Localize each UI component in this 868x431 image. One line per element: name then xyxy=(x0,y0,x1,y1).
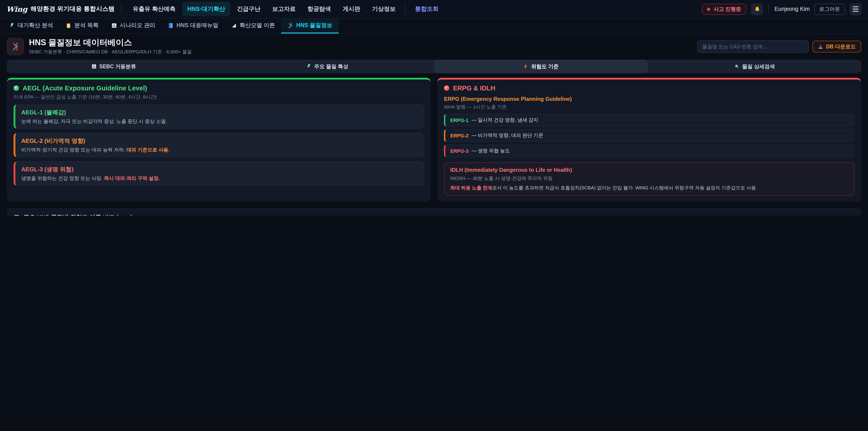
nav-item-weather[interactable]: 기상정보 xyxy=(367,2,401,16)
top-navigation-bar: Wing 해양환경 위기대응 통합시스템 유출유 확산예측 HNS·대기확산 긴… xyxy=(0,0,868,19)
aegl-level2-label: AEGL-2 (비가역적 영향) xyxy=(21,137,418,145)
brand-title: 해양환경 위기대응 통합시스템 xyxy=(31,5,115,13)
notifications-button[interactable] xyxy=(751,3,763,15)
erpg-level1-label: ERPG-1 xyxy=(450,118,468,123)
incident-status-badge[interactable]: 사고 진행중 xyxy=(702,3,746,15)
tab-risk-criteria[interactable]: 위험도 기준 xyxy=(434,60,648,73)
table-title-row: 주요 HNS 물질별 위험도 기준 비교 (ppm) xyxy=(13,213,855,216)
divider xyxy=(405,4,405,13)
divider xyxy=(121,4,121,13)
test-tube-icon xyxy=(9,23,15,29)
wing-logo-icon: Wing xyxy=(6,5,27,13)
clipboard-icon xyxy=(66,23,72,29)
book-icon xyxy=(168,23,174,29)
app-viewport: Wing 해양환경 위기대응 통합시스템 유출유 확산예측 HNS·대기확산 긴… xyxy=(0,0,868,216)
hamburger-icon xyxy=(852,6,859,12)
tab-label: SEBC 거동분류 xyxy=(99,63,136,70)
subtab-model-theory[interactable]: 확산모델 이론 xyxy=(225,19,281,33)
subtab-scenario-management[interactable]: 시나리오 관리 xyxy=(105,19,162,33)
ruler-icon xyxy=(231,23,237,29)
table-title: 주요 HNS 물질별 위험도 기준 비교 (ppm) xyxy=(24,213,132,216)
aegl-level3-label: AEGL-3 (생명 위협) xyxy=(21,165,418,174)
db-download-button[interactable]: DB 다운로드 xyxy=(812,41,861,53)
menu-button[interactable] xyxy=(849,3,862,15)
erpg-subtitle: AIHA 발행 — 1시간 노출 기준 xyxy=(444,104,855,110)
erpg-title-text: ERPG & IDLH xyxy=(453,85,495,92)
idlh-box: IDLH (Immediately Dangerous to Life or H… xyxy=(444,162,855,196)
comparison-table-panel: 주요 HNS 물질별 위험도 기준 비교 (ppm) 물질 AEGL-1 AEG… xyxy=(7,208,861,216)
erpg-level3-label: ERPG-3 xyxy=(450,148,468,154)
erpg-heading: ERPG (Emergency Response Planning Guidel… xyxy=(444,96,855,102)
idlh-line2: 최대 허용 노출 한계로서 이 농도를 초과하면 자급식 호흡장치(SCBA) … xyxy=(450,184,848,191)
tab-label: 주요 물질 특성 xyxy=(314,63,348,70)
db-download-label: DB 다운로드 xyxy=(826,43,856,50)
tab-substance-detail-search[interactable]: 물질 상세검색 xyxy=(648,60,861,73)
bell-icon xyxy=(754,6,760,12)
aegl-level3-item: AEGL-3 (생명 위협) 생명을 위협하는 건강 영향 또는 사망. 즉시 … xyxy=(13,161,424,186)
aegl-panel-title: AEGL (Acute Exposure Guideline Level) xyxy=(13,85,424,92)
bar-chart-icon xyxy=(111,23,117,29)
nav-item-reports[interactable]: 보고자료 xyxy=(267,2,301,16)
erpg-level2-item: ERPG-2 — 비가역적 영향, 대피 판단 기준 xyxy=(444,129,855,142)
erpg-level1-item: ERPG-1 — 일시적 건강 영향, 냄새 감지 xyxy=(444,114,855,127)
subtab-label: HNS 물질정보 xyxy=(296,22,333,29)
subtab-label: 대기확산 분석 xyxy=(18,22,53,29)
subtab-analysis-list[interactable]: 분석 목록 xyxy=(59,19,105,33)
subtab-label: HNS 대응매뉴얼 xyxy=(177,22,218,29)
tab-label: 물질 상세검색 xyxy=(742,63,775,70)
erpg-level3-text: — 생명 위협 농도 xyxy=(471,148,510,154)
dna-icon xyxy=(288,23,293,29)
idlh-line1: NIOSH — 30분 노출 시 생명·건강에 즉각적 위험 xyxy=(450,175,848,182)
page-header-icon-wrap xyxy=(7,38,24,55)
erpg-level1-text: — 일시적 건강 영향, 냄새 감지 xyxy=(471,117,538,123)
nav-item-aerial-search[interactable]: 항공탐색 xyxy=(303,2,336,16)
erpg-level2-text: — 비가역적 영향, 대피 판단 기준 xyxy=(471,132,543,139)
subtab-hns-substance-info[interactable]: HNS 물질정보 xyxy=(281,19,339,33)
user-name: Eunjeong Kim xyxy=(774,6,810,12)
aegl-panel-subtitle: 미국 EPA — 일반인 급성 노출 기준 (10분, 30분, 60분, 4시… xyxy=(13,94,424,100)
aegl-panel: AEGL (Acute Exposure Guideline Level) 미국… xyxy=(7,78,431,202)
red-circle-icon xyxy=(444,86,450,91)
bar-chart-icon xyxy=(13,214,20,216)
incident-badge-label: 사고 진행중 xyxy=(714,6,741,12)
subtab-label: 확산모델 이론 xyxy=(240,22,275,29)
bar-chart-icon xyxy=(91,64,96,69)
incident-dot-icon xyxy=(707,7,710,11)
dna-icon xyxy=(11,42,20,51)
nav-item-oil-spill[interactable]: 유출유 확산예측 xyxy=(128,2,180,16)
erpg-idlh-panel: ERPG & IDLH ERPG (Emergency Response Pla… xyxy=(437,78,861,202)
nav-item-rescue[interactable]: 긴급구난 xyxy=(232,2,266,16)
page-header-actions: DB 다운로드 xyxy=(697,40,861,53)
aegl-level1-item: AEGL-1 (불쾌감) 눈에 띄는 불쾌감, 자극 또는 비감각적 증상. 노… xyxy=(13,104,424,129)
tab-substance-properties[interactable]: 주요 물질 특성 xyxy=(220,60,434,73)
aegl-level1-label: AEGL-1 (불쾌감) xyxy=(21,109,418,117)
page-subtitle: SEBC 거동분류 · CHRIS/CAMEO DB · AEGL/ERPG/I… xyxy=(29,49,192,55)
nav-item-integrated-search[interactable]: 통합조회 xyxy=(410,2,443,16)
logout-button[interactable]: 로그아웃 xyxy=(814,3,845,15)
nav-item-hns-dispersion[interactable]: HNS·대기확산 xyxy=(182,2,230,16)
substance-search-input[interactable] xyxy=(697,40,809,53)
aegl-level2-desc: 비가역적·장기적 건강 영향 또는 대피 능력 저하. 대피 기준으로 사용. xyxy=(21,147,418,153)
aegl-level1-desc: 눈에 띄는 불쾌감, 자극 또는 비감각적 증상. 노출 중단 시 증상 소멸. xyxy=(21,118,418,125)
brand-logo[interactable]: Wing 해양환경 위기대응 통합시스템 xyxy=(6,5,115,13)
topnav-right-group: 사고 진행중 Eunjeong Kim 로그아웃 xyxy=(702,3,862,15)
erpg-level3-item: ERPG-3 — 생명 위협 농도 xyxy=(444,145,855,157)
test-tube-icon xyxy=(306,64,311,69)
page-title: HNS 물질정보 데이터베이스 xyxy=(29,38,192,47)
page-header: HNS 물질정보 데이터베이스 SEBC 거동분류 · CHRIS/CAMEO … xyxy=(0,34,868,59)
subtab-dispersion-analysis[interactable]: 대기확산 분석 xyxy=(3,19,59,33)
page-header-text: HNS 물질정보 데이터베이스 SEBC 거동분류 · CHRIS/CAMEO … xyxy=(29,38,192,55)
sub-navigation-bar: 대기확산 분석 분석 목록 시나리오 관리 HNS 대응매뉴얼 확산모델 이론 … xyxy=(0,19,868,34)
subtab-hns-manual[interactable]: HNS 대응매뉴얼 xyxy=(162,19,225,33)
idlh-title: IDLH (Immediately Dangerous to Life or H… xyxy=(450,167,848,173)
aegl-level2-item: AEGL-2 (비가역적 영향) 비가역적·장기적 건강 영향 또는 대피 능력… xyxy=(13,133,424,157)
nav-item-board[interactable]: 게시판 xyxy=(338,2,365,16)
subtab-label: 시나리오 관리 xyxy=(120,22,155,29)
lightning-icon xyxy=(523,64,528,69)
section-tab-bar: SEBC 거동분류 주요 물질 특성 위험도 기준 물질 상세검색 xyxy=(7,60,861,73)
subtab-label: 분석 목록 xyxy=(74,22,98,29)
tab-label: 위험도 기준 xyxy=(531,63,559,70)
criteria-panels: AEGL (Acute Exposure Guideline Level) 미국… xyxy=(7,78,861,202)
tab-sebc-classification[interactable]: SEBC 거동분류 xyxy=(7,60,220,73)
download-icon xyxy=(818,44,823,49)
